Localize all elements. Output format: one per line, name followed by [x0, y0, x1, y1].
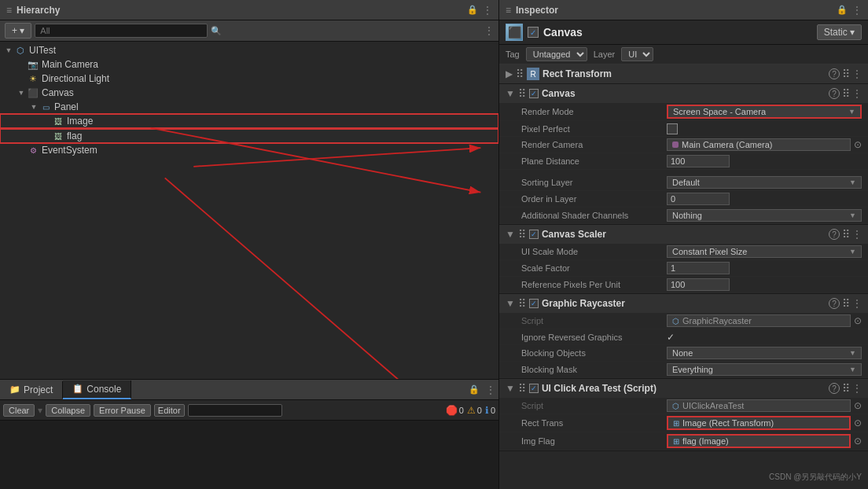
- sorting-layer-dropdown[interactable]: Default ▼: [667, 176, 862, 189]
- tree-item-panel[interactable]: ▼ ▭ Panel: [0, 100, 498, 114]
- hierarchy-add-button[interactable]: + ▾: [5, 23, 31, 39]
- editor-dropdown[interactable]: Editor: [154, 404, 185, 417]
- rect-transform-header[interactable]: ▶ ⠿ R Rect Transform ? ⠿ ⋮: [499, 64, 868, 83]
- tree-item-canvas[interactable]: ▼ ⬛ Canvas: [0, 86, 498, 100]
- rect-icon: ⊞: [673, 419, 679, 428]
- ui-click-area-header[interactable]: ▼ ⠿ UI Click Area Test (Script) ? ⠿ ⋮: [499, 379, 868, 398]
- gr-script-picker-icon[interactable]: ⊙: [854, 315, 862, 326]
- pixel-perfect-checkbox[interactable]: [667, 123, 678, 134]
- ignore-reversed-checkbox[interactable]: ✓: [667, 332, 675, 343]
- canvas-scaler-active-checkbox[interactable]: [529, 230, 539, 239]
- img-flag-field[interactable]: ⊞ flag (Image): [667, 434, 851, 448]
- warning-badge: ⚠ 0: [467, 405, 482, 416]
- graphic-raycaster-overflow-icon[interactable]: ⋮: [852, 298, 862, 309]
- console-toolbar: Clear ▾ Collapse Error Pause Editor 🛑 0 …: [0, 400, 498, 421]
- render-mode-dropdown[interactable]: Screen Space - Camera ▼: [667, 105, 862, 119]
- graphic-raycaster-settings-icon[interactable]: ⠿: [842, 297, 850, 310]
- camera-picker-icon[interactable]: ⊙: [854, 139, 862, 150]
- hierarchy-dots-icon[interactable]: ⋮: [484, 25, 494, 36]
- object-active-checkbox[interactable]: [528, 27, 539, 38]
- scale-factor-input[interactable]: [667, 262, 730, 274]
- gr-script-ref[interactable]: ⬡ GraphicRaycaster: [667, 314, 851, 327]
- canvas-scaler-overflow-icon[interactable]: ⋮: [852, 229, 862, 240]
- graphic-raycaster-title: Graphic Raycaster: [542, 298, 826, 309]
- canvas-overflow-icon[interactable]: ⋮: [852, 88, 862, 99]
- ui-click-area-active-checkbox[interactable]: [529, 384, 539, 393]
- rect-trans-picker-icon[interactable]: ⊙: [854, 417, 862, 428]
- console-search-input[interactable]: [188, 404, 282, 417]
- canvas-move-icon: ⠿: [518, 87, 526, 100]
- ui-click-area-settings-icon[interactable]: ⠿: [842, 382, 850, 395]
- tree-item-maincamera[interactable]: ▶ 📷 Main Camera: [0, 57, 498, 72]
- canvas-scaler-settings-icon[interactable]: ⠿: [842, 228, 850, 241]
- sorting-layer-value: Default ▼: [667, 176, 862, 189]
- bottom-panel-options-icon[interactable]: ⋮: [483, 384, 498, 395]
- tree-arrow-uitest: ▼: [3, 46, 14, 54]
- ref-pixels-input[interactable]: [667, 278, 730, 291]
- img-flag-row: Img Flag ⊞ flag (Image) ⊙: [499, 432, 868, 450]
- object-cube-icon: ⬛: [506, 24, 523, 41]
- collapse-button[interactable]: Collapse: [46, 404, 90, 417]
- hierarchy-options-icon[interactable]: ⋮: [483, 5, 492, 16]
- additional-shader-dropdown[interactable]: Nothing ▼: [667, 209, 862, 222]
- tree-item-flag[interactable]: ▶ 🖼 flag: [0, 129, 498, 143]
- blocking-mask-dropdown[interactable]: Everything ▼: [667, 363, 862, 376]
- graphic-raycaster-header[interactable]: ▼ ⠿ Graphic Raycaster ? ⠿ ⋮: [499, 294, 868, 313]
- canvas-active-checkbox[interactable]: [529, 89, 539, 98]
- inspector-menu-icon[interactable]: ≡: [506, 5, 511, 16]
- img-flag-picker-icon[interactable]: ⊙: [854, 436, 862, 447]
- bottom-panel-lock-icon[interactable]: 🔒: [465, 384, 483, 395]
- canvas-component-header[interactable]: ▼ ⠿ Canvas ? ⠿ ⋮: [499, 84, 868, 103]
- ui-scale-arrow: ▼: [849, 248, 856, 256]
- hierarchy-menu-icon[interactable]: ≡: [6, 5, 12, 16]
- hierarchy-search-input[interactable]: [35, 24, 208, 38]
- inspector-lock-icon[interactable]: 🔒: [837, 5, 848, 15]
- clear-button[interactable]: Clear: [3, 404, 35, 417]
- canvas-settings-icon[interactable]: ⠿: [842, 87, 850, 100]
- rect-transform-fold-icon: ▶: [506, 68, 513, 79]
- ui-scale-dropdown[interactable]: Constant Pixel Size ▼: [667, 245, 862, 258]
- left-panel: ≡ Hierarchy 🔒 ⋮ + ▾ 🔍 ⋮ ▼ ⬡ UITest: [0, 0, 499, 489]
- tree-item-eventsystem[interactable]: ▶ ⚙ EventSystem: [0, 143, 498, 157]
- hierarchy-lock-icon[interactable]: 🔒: [467, 5, 478, 15]
- render-mode-row: Render Mode Screen Space - Camera ▼: [499, 103, 868, 121]
- rect-transform-help-icon[interactable]: ?: [829, 68, 840, 79]
- additional-shader-text: Nothing: [672, 211, 702, 220]
- rect-transform-settings-icon[interactable]: ⠿: [842, 68, 850, 80]
- ui-click-area-help-icon[interactable]: ?: [829, 383, 840, 394]
- inspector-panel: ≡ Inspector 🔒 ⋮ ⬛ Canvas Static ▾ Tag Un…: [499, 0, 868, 489]
- render-camera-field[interactable]: Main Camera (Camera): [667, 138, 851, 151]
- inspector-options-icon[interactable]: ⋮: [852, 5, 862, 16]
- tag-dropdown[interactable]: Untagged: [526, 47, 587, 61]
- canvas-component: ▼ ⠿ Canvas ? ⠿ ⋮ Render Mode Screen: [499, 84, 868, 225]
- canvas-scaler-header[interactable]: ▼ ⠿ Canvas Scaler ? ⠿ ⋮: [499, 225, 868, 244]
- hierarchy-content-wrapper: ▼ ⬡ UITest ▶ 📷 Main Camera ▶ ☀ Direct: [0, 42, 498, 379]
- tab-console[interactable]: 📋 Console: [63, 381, 131, 399]
- tab-project[interactable]: 📁 Project: [0, 381, 63, 399]
- static-button[interactable]: Static ▾: [817, 24, 862, 40]
- plane-distance-input[interactable]: [667, 155, 730, 167]
- graphic-raycaster-component: ▼ ⠿ Graphic Raycaster ? ⠿ ⋮ Script ⬡: [499, 294, 868, 379]
- uca-script-ref[interactable]: ⬡ UIClickAreaTest: [667, 399, 851, 412]
- rect-trans-field[interactable]: ⊞ Image (Rect Transform): [667, 416, 851, 430]
- tree-item-image[interactable]: ▶ 🖼 Image: [0, 114, 498, 128]
- uca-script-value: ⬡ UIClickAreaTest ⊙: [667, 399, 862, 412]
- graphic-raycaster-help-icon[interactable]: ?: [829, 298, 840, 309]
- uca-script-picker-icon[interactable]: ⊙: [854, 400, 862, 411]
- rect-transform-overflow-icon[interactable]: ⋮: [852, 68, 862, 79]
- bottom-tabs: 📁 Project 📋 Console 🔒 ⋮: [0, 380, 498, 400]
- blocking-objects-dropdown[interactable]: None ▼: [667, 347, 862, 359]
- order-in-layer-input[interactable]: [667, 193, 730, 205]
- ui-click-area-overflow-icon[interactable]: ⋮: [852, 383, 862, 394]
- graphic-raycaster-active-checkbox[interactable]: [529, 299, 539, 308]
- blocking-objects-text: None: [672, 348, 693, 358]
- layer-dropdown[interactable]: UI: [621, 47, 653, 61]
- tree-item-directionallight[interactable]: ▶ ☀ Directional Light: [0, 72, 498, 86]
- error-pause-button[interactable]: Error Pause: [94, 404, 151, 417]
- object-name[interactable]: Canvas: [543, 26, 812, 39]
- uca-script-row: Script ⬡ UIClickAreaTest ⊙: [499, 398, 868, 414]
- tree-item-uitest[interactable]: ▼ ⬡ UITest: [0, 43, 498, 57]
- canvas-scaler-help-icon[interactable]: ?: [829, 229, 840, 240]
- canvas-help-icon[interactable]: ?: [829, 88, 840, 99]
- blocking-mask-text: Everything: [672, 365, 713, 374]
